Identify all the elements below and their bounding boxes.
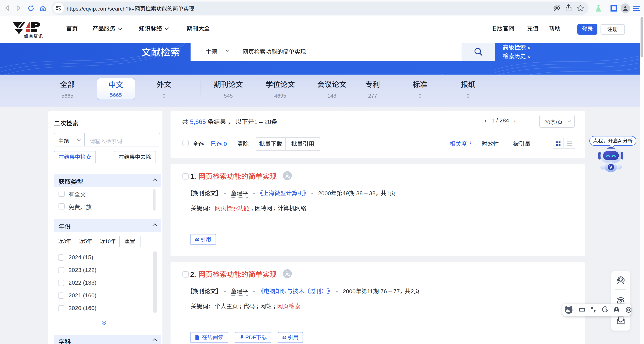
svg-text:V: V (609, 165, 612, 170)
svg-text:维普资讯: 维普资讯 (24, 33, 43, 39)
svg-text:du: du (566, 308, 570, 313)
